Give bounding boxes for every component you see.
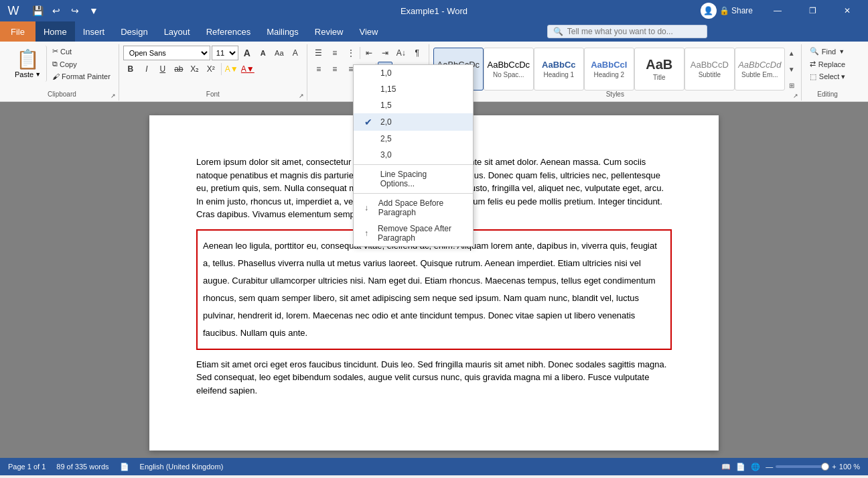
tell-me-search[interactable]: 🔍: [547, 25, 707, 38]
numbering-btn[interactable]: ≡: [328, 46, 342, 60]
redo-qa-btn[interactable]: ↪: [67, 3, 83, 19]
style-heading1-label: Heading 1: [544, 71, 575, 78]
find-button[interactable]: 🔍 Find ▼: [806, 46, 850, 57]
check-2-0: ✔: [364, 117, 375, 127]
italic-btn[interactable]: I: [139, 62, 154, 76]
font-expander[interactable]: ↗: [299, 93, 304, 99]
share-button[interactable]: 🔒 Share: [719, 6, 753, 15]
menu-view[interactable]: View: [351, 21, 386, 42]
style-heading2-preview: AaBbCcI: [591, 60, 627, 70]
style-heading1[interactable]: AaBbCc Heading 1: [534, 48, 584, 91]
select-button[interactable]: ⬚ Select ▾: [806, 71, 850, 82]
styles-label: Styles: [429, 91, 801, 98]
remove-space-after[interactable]: ↑ Remove Space After Paragraph: [354, 221, 473, 246]
remove-after-icon: ↑: [364, 229, 372, 238]
spacing-1-0[interactable]: 1,0: [354, 65, 473, 81]
shrink-font-btn[interactable]: A: [256, 46, 271, 60]
subscript-btn[interactable]: X₂: [188, 62, 202, 76]
styles-scroll-up[interactable]: ▲: [786, 46, 797, 60]
clipboard-expander[interactable]: ↗: [111, 93, 116, 99]
close-btn[interactable]: ✕: [832, 0, 863, 21]
font-family-select[interactable]: Open Sans: [123, 46, 210, 60]
menu-layout[interactable]: Layout: [156, 21, 198, 42]
qa-dropdown-btn[interactable]: ▼: [86, 3, 102, 19]
style-subtle-em-label: Subtle Em...: [741, 71, 778, 78]
spacing-3-0[interactable]: 3,0: [354, 147, 473, 163]
grow-font-btn[interactable]: A: [240, 46, 255, 60]
style-no-spacing[interactable]: AaBbCcDc No Spac...: [484, 48, 534, 91]
align-center-btn[interactable]: ≡: [328, 62, 342, 76]
menu-file[interactable]: File: [0, 21, 35, 42]
copy-icon: ⧉: [52, 60, 58, 68]
para-row-1: ☰ ≡ ⋮ ⇤ ⇥ A↓ ¶: [311, 46, 425, 60]
copy-button[interactable]: ⧉ Copy: [50, 58, 113, 70]
font-color-btn[interactable]: A▼: [240, 62, 255, 76]
style-heading1-preview: AaBbCc: [542, 60, 576, 70]
replace-icon: ⇄: [810, 60, 816, 68]
menu-review[interactable]: Review: [307, 21, 352, 42]
underline-btn[interactable]: U: [155, 62, 170, 76]
menu-insert[interactable]: Insert: [75, 21, 113, 42]
editing-controls: 🔍 Find ▼ ⇄ Replace ⬚ Select ▾: [806, 46, 850, 82]
status-left: Page 1 of 1 89 of 335 words 📄 English (U…: [8, 463, 223, 471]
style-subtle-em[interactable]: AaBbCcDd Subtle Em...: [735, 48, 785, 91]
style-title[interactable]: AaB Title: [634, 48, 684, 91]
menu-references[interactable]: References: [198, 21, 259, 42]
zoom-thumb[interactable]: [821, 463, 829, 471]
print-layout-icon[interactable]: 📄: [736, 463, 745, 471]
styles-scroll-controls: ▲ ▼ ⊞: [786, 46, 797, 93]
separator-2: [354, 193, 473, 194]
zoom-in-btn[interactable]: +: [832, 463, 836, 471]
align-left-btn[interactable]: ≡: [311, 62, 326, 76]
style-subtitle[interactable]: AaBbCcD Subtitle: [684, 48, 735, 91]
line-spacing-options[interactable]: Line Spacing Options...: [354, 166, 473, 192]
sort-btn[interactable]: A↓: [394, 46, 409, 60]
superscript-btn[interactable]: X²: [204, 62, 218, 76]
save-qa-btn[interactable]: 💾: [29, 3, 46, 19]
menu-mailings[interactable]: Mailings: [259, 21, 307, 42]
show-para-marks-btn[interactable]: ¶: [410, 46, 425, 60]
zoom-out-btn[interactable]: —: [766, 463, 773, 471]
add-space-before[interactable]: ↓ Add Space Before Paragraph: [354, 195, 473, 221]
paste-button[interactable]: 📋 Paste▼: [9, 46, 47, 82]
read-mode-icon[interactable]: 📖: [721, 463, 731, 471]
bullets-btn[interactable]: ☰: [311, 46, 326, 60]
spacing-1-5[interactable]: 1,5: [354, 97, 473, 113]
font-row-1: Open Sans 11 A A Aa A: [123, 46, 303, 60]
decrease-indent-btn[interactable]: ⇤: [362, 46, 376, 60]
format-painter-button[interactable]: 🖌 Format Painter: [50, 71, 113, 82]
word-count: 89 of 335 words: [56, 463, 108, 471]
select-icon: ⬚: [810, 72, 816, 81]
replace-button[interactable]: ⇄ Replace: [806, 58, 850, 70]
web-layout-icon[interactable]: 🌐: [751, 463, 760, 471]
user-avatar[interactable]: 👤: [701, 3, 717, 19]
search-input[interactable]: [567, 27, 701, 36]
find-icon: 🔍: [810, 47, 819, 56]
zoom-level: 100 %: [839, 463, 860, 471]
multilevel-list-btn[interactable]: ⋮: [344, 46, 358, 60]
undo-qa-btn[interactable]: ↩: [48, 3, 64, 19]
spacing-1-15[interactable]: 1,15: [354, 81, 473, 97]
minimize-btn[interactable]: —: [762, 0, 793, 21]
clear-format-btn[interactable]: A: [288, 46, 303, 60]
styles-expander[interactable]: ↗: [793, 93, 798, 99]
styles-group: AaBbCcDc ¶ Normal AaBbCcDc No Spac... Aa…: [429, 44, 802, 101]
strikethrough-btn[interactable]: ab: [171, 62, 186, 76]
style-heading2-label: Heading 2: [594, 71, 625, 78]
change-case-btn[interactable]: Aa: [272, 46, 287, 60]
menu-home[interactable]: Home: [35, 21, 75, 42]
maximize-btn[interactable]: ❐: [797, 0, 828, 21]
spacing-2-0[interactable]: ✔ 2,0: [354, 113, 473, 131]
font-size-select[interactable]: 11: [212, 46, 238, 60]
increase-indent-btn[interactable]: ⇥: [378, 46, 392, 60]
menu-design[interactable]: Design: [113, 21, 155, 42]
bold-btn[interactable]: B: [123, 62, 138, 76]
style-title-preview: AaB: [646, 57, 672, 72]
add-before-icon: ↓: [364, 203, 373, 213]
zoom-slider[interactable]: [776, 465, 829, 468]
cut-button[interactable]: ✂ Cut: [50, 46, 113, 57]
style-heading2[interactable]: AaBbCcI Heading 2: [584, 48, 634, 91]
spacing-2-5[interactable]: 2,5: [354, 131, 473, 147]
styles-scroll-down[interactable]: ▼: [786, 62, 797, 76]
highlight-btn[interactable]: A▼: [224, 62, 239, 76]
